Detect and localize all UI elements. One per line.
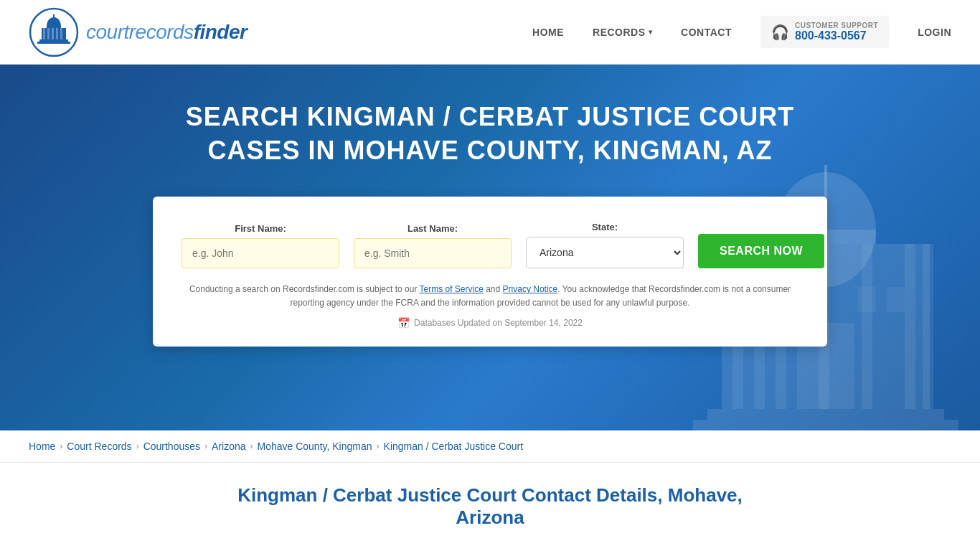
hero-section: SEARCH KINGMAN / CERBAT JUSTICE COURT CA…: [0, 65, 980, 430]
svg-rect-28: [887, 287, 905, 312]
svg-rect-11: [53, 14, 55, 23]
breadcrumb-sep-5: ›: [377, 441, 380, 451]
breadcrumb-court-records[interactable]: Court Records: [67, 441, 131, 452]
svg-rect-7: [56, 28, 58, 39]
svg-rect-19: [862, 244, 872, 409]
breadcrumb-current: Kingman / Cerbat Justice Court: [384, 441, 524, 452]
customer-support: 🎧 CUSTOMER SUPPORT 800-433-0567: [760, 16, 889, 48]
svg-rect-22: [707, 409, 944, 420]
svg-rect-27: [858, 287, 876, 312]
login-button[interactable]: LOGIN: [918, 27, 951, 38]
breadcrumb-sep-1: ›: [60, 441, 62, 451]
terms-of-service-link[interactable]: Terms of Service: [420, 284, 484, 294]
breadcrumb-sep-4: ›: [250, 441, 253, 451]
logo[interactable]: courtrecordsfinder: [29, 7, 247, 57]
nav-records[interactable]: RECORDS ▾: [593, 27, 652, 38]
breadcrumb-courthouses[interactable]: Courthouses: [143, 441, 200, 452]
state-select[interactable]: AlabamaAlaskaArizonaArkansasCaliforniaCo…: [526, 237, 684, 268]
support-label: CUSTOMER SUPPORT: [795, 22, 878, 29]
hero-title: SEARCH KINGMAN / CERBAT JUSTICE COURT CA…: [167, 100, 813, 168]
svg-rect-20: [905, 244, 915, 409]
chevron-down-icon: ▾: [649, 28, 653, 36]
first-name-input[interactable]: [182, 238, 339, 268]
last-name-field-group: Last Name:: [354, 223, 512, 268]
search-box: First Name: Last Name: State: AlabamaAla…: [153, 197, 827, 347]
calendar-icon: 📅: [397, 317, 410, 329]
main-content: Kingman / Cerbat Justice Court Contact D…: [203, 463, 777, 551]
logo-icon: [29, 7, 79, 57]
breadcrumb-arizona[interactable]: Arizona: [212, 441, 245, 452]
svg-rect-10: [37, 42, 70, 44]
search-button[interactable]: SEARCH NOW: [698, 234, 824, 268]
support-phone[interactable]: 800-433-0567: [795, 29, 878, 42]
state-field-group: State: AlabamaAlaskaArizonaArkansasCalif…: [526, 222, 684, 268]
nav-contact[interactable]: CONTACT: [681, 27, 732, 38]
breadcrumb-home[interactable]: Home: [29, 441, 55, 452]
db-updated-text: Databases Updated on September 14, 2022: [414, 318, 583, 328]
state-label: State:: [526, 222, 684, 232]
svg-rect-8: [60, 28, 62, 39]
svg-rect-5: [47, 28, 50, 39]
search-disclaimer: Conducting a search on Recordsfinder.com…: [182, 283, 798, 310]
privacy-notice-link[interactable]: Privacy Notice: [503, 284, 558, 294]
last-name-label: Last Name:: [354, 223, 512, 234]
breadcrumb-sep-3: ›: [204, 441, 207, 451]
svg-rect-23: [693, 420, 958, 430]
svg-rect-9: [39, 39, 68, 42]
svg-rect-4: [43, 28, 45, 39]
logo-text: courtrecordsfinder: [86, 21, 247, 44]
first-name-field-group: First Name:: [182, 223, 339, 268]
last-name-input[interactable]: [354, 238, 512, 268]
search-fields: First Name: Last Name: State: AlabamaAla…: [182, 222, 798, 268]
nav-home[interactable]: HOME: [532, 27, 564, 38]
first-name-label: First Name:: [182, 223, 339, 234]
site-header: courtrecordsfinder HOME RECORDS ▾ CONTAC…: [0, 0, 980, 65]
breadcrumb: Home › Court Records › Courthouses › Ari…: [0, 430, 980, 463]
headset-icon: 🎧: [771, 24, 789, 41]
breadcrumb-mohave-county[interactable]: Mohave County, Kingman: [257, 441, 372, 452]
svg-rect-6: [52, 28, 54, 39]
db-updated: 📅 Databases Updated on September 14, 202…: [182, 317, 798, 329]
svg-rect-21: [923, 244, 933, 409]
section-title: Kingman / Cerbat Justice Court Contact D…: [217, 484, 763, 529]
svg-rect-2: [47, 26, 61, 28]
main-nav: HOME RECORDS ▾ CONTACT 🎧 CUSTOMER SUPPOR…: [532, 16, 951, 48]
breadcrumb-sep-2: ›: [136, 441, 139, 451]
